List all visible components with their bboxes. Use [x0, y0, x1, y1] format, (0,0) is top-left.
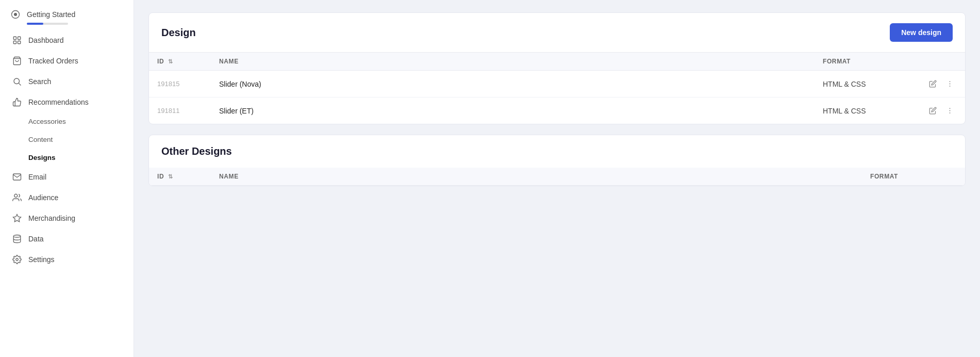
sidebar-item-merchandising[interactable]: Merchandising: [0, 208, 134, 229]
cell-id: 191811: [149, 98, 211, 124]
sidebar-item-label: Tracked Orders: [28, 57, 78, 65]
col-header-actions: [918, 53, 965, 71]
svg-point-9: [14, 194, 18, 197]
sidebar-item-label: Email: [28, 173, 46, 181]
svg-marker-10: [13, 215, 21, 222]
getting-started-icon: [10, 9, 21, 20]
sidebar-item-email[interactable]: Email: [0, 167, 134, 187]
svg-point-18: [950, 112, 951, 113]
cell-actions: [918, 71, 965, 98]
svg-point-11: [13, 235, 21, 238]
sidebar-item-label: Settings: [28, 255, 55, 264]
other-col-header-id[interactable]: ID ⇅: [149, 168, 211, 186]
cell-format: HTML & CSS: [815, 98, 918, 124]
svg-point-7: [14, 78, 20, 84]
design-table: ID ⇅ NAME FORMAT 191815 Slider (Nova) HT…: [149, 53, 965, 124]
more-options-button[interactable]: [943, 105, 957, 117]
sidebar-item-audience[interactable]: Audience: [0, 187, 134, 208]
design-table-head: ID ⇅ NAME FORMAT: [149, 53, 965, 71]
table-row: 191815 Slider (Nova) HTML & CSS: [149, 71, 965, 98]
cell-name: Slider (ET): [211, 98, 815, 124]
progress-bar: [27, 23, 68, 25]
design-card: Design New design ID ⇅ NAME FORMAT 19181…: [148, 12, 966, 124]
sidebar-item-label: Recommendations: [28, 98, 89, 106]
data-icon: [12, 234, 22, 244]
svg-rect-5: [18, 41, 21, 44]
sidebar-item-label: Designs: [28, 154, 56, 161]
settings-icon: [12, 254, 22, 265]
recommendations-icon: [12, 97, 22, 107]
other-designs-table-head: ID ⇅ NAME FORMAT: [149, 168, 965, 186]
design-table-body: 191815 Slider (Nova) HTML & CSS: [149, 71, 965, 124]
sidebar-item-recommendations[interactable]: Recommendations: [0, 92, 134, 112]
cell-id: 191815: [149, 71, 211, 98]
svg-point-13: [950, 81, 951, 82]
sidebar-item-dashboard[interactable]: Dashboard: [0, 30, 134, 51]
audience-icon: [12, 192, 22, 203]
sidebar-item-label: Content: [28, 136, 53, 143]
col-header-name: NAME: [211, 53, 815, 71]
svg-point-16: [950, 108, 951, 109]
design-card-header: Design New design: [149, 13, 965, 53]
svg-line-8: [19, 83, 21, 85]
cell-name: Slider (Nova): [211, 71, 815, 98]
tracked-orders-icon: [12, 56, 22, 66]
sidebar-item-label: Accessories: [28, 118, 66, 125]
sidebar-item-label: Dashboard: [28, 36, 64, 44]
dashboard-icon: [12, 35, 22, 45]
sidebar-item-label: Data: [28, 235, 44, 243]
sidebar-item-getting-started[interactable]: Getting Started: [0, 4, 134, 30]
sidebar-item-label: Merchandising: [28, 214, 75, 222]
svg-point-17: [950, 110, 951, 111]
svg-point-14: [950, 84, 951, 85]
sidebar-item-tracked-orders[interactable]: Tracked Orders: [0, 51, 134, 71]
sidebar-item-label: Search: [28, 77, 51, 86]
other-designs-table: ID ⇅ NAME FORMAT: [149, 168, 965, 186]
svg-point-15: [950, 86, 951, 87]
other-col-header-format: FORMAT: [862, 168, 965, 186]
sidebar-item-designs[interactable]: Designs: [0, 149, 134, 167]
sidebar-item-content[interactable]: Content: [0, 131, 134, 149]
other-designs-card: Other Designs ID ⇅ NAME FORMAT: [148, 135, 966, 186]
other-designs-card-title: Other Designs: [161, 145, 232, 157]
edit-button[interactable]: [926, 78, 940, 90]
sidebar-item-label: Getting Started: [27, 10, 75, 19]
svg-rect-2: [13, 37, 16, 39]
sidebar: Getting Started Dashboard Tracked Orders: [0, 0, 134, 357]
design-card-title: Design: [161, 27, 196, 39]
svg-point-12: [16, 258, 19, 261]
main-content: Design New design ID ⇅ NAME FORMAT 19181…: [134, 0, 980, 357]
sort-icon: ⇅: [168, 58, 173, 65]
merchandising-icon: [12, 213, 22, 223]
new-design-button[interactable]: New design: [890, 23, 953, 42]
sidebar-item-settings[interactable]: Settings: [0, 249, 134, 270]
sidebar-item-accessories[interactable]: Accessories: [0, 112, 134, 131]
sidebar-item-data[interactable]: Data: [0, 229, 134, 249]
svg-rect-3: [18, 37, 21, 39]
table-row: 191811 Slider (ET) HTML & CSS: [149, 98, 965, 124]
edit-button[interactable]: [926, 105, 940, 117]
other-designs-card-header: Other Designs: [149, 135, 965, 168]
email-icon: [12, 172, 22, 182]
progress-bar-fill: [27, 23, 43, 25]
cell-format: HTML & CSS: [815, 71, 918, 98]
more-options-button[interactable]: [943, 78, 957, 90]
sidebar-item-label: Audience: [28, 193, 58, 202]
search-icon: [12, 76, 22, 87]
other-col-header-name: NAME: [211, 168, 862, 186]
col-header-id[interactable]: ID ⇅: [149, 53, 211, 71]
cell-actions: [918, 98, 965, 124]
sidebar-item-search[interactable]: Search: [0, 71, 134, 92]
sort-icon: ⇅: [168, 173, 173, 180]
svg-point-1: [14, 13, 17, 16]
svg-rect-4: [13, 41, 16, 44]
col-header-format: FORMAT: [815, 53, 918, 71]
